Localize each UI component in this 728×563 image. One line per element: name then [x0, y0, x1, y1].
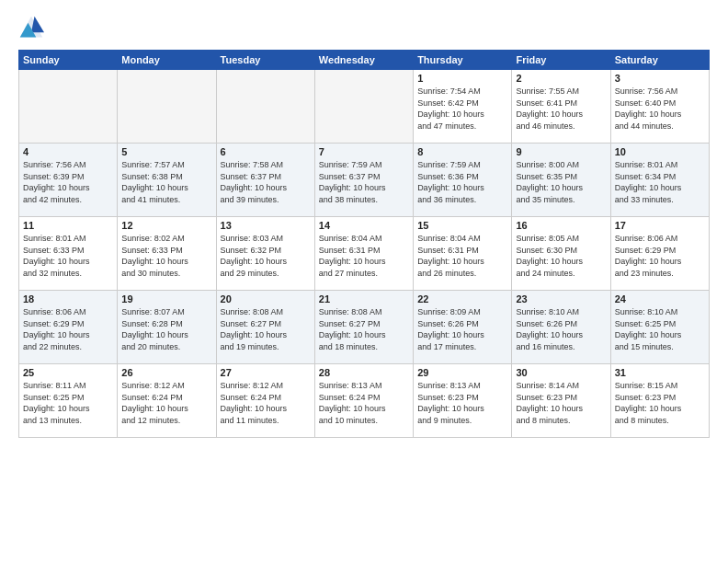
week-row-5: 25Sunrise: 8:11 AM Sunset: 6:25 PM Dayli… — [19, 364, 710, 438]
day-info: Sunrise: 8:08 AM Sunset: 6:27 PM Dayligh… — [221, 306, 311, 352]
page: SundayMondayTuesdayWednesdayThursdayFrid… — [0, 0, 728, 563]
day-info: Sunrise: 7:54 AM Sunset: 6:42 PM Dayligh… — [417, 86, 507, 132]
day-info: Sunrise: 7:58 AM Sunset: 6:37 PM Dayligh… — [221, 159, 311, 205]
weekday-header-row: SundayMondayTuesdayWednesdayThursdayFrid… — [19, 51, 710, 70]
day-info: Sunrise: 8:00 AM Sunset: 6:35 PM Dayligh… — [516, 159, 606, 205]
header — [18, 15, 710, 40]
day-info: Sunrise: 8:13 AM Sunset: 6:23 PM Dayligh… — [417, 380, 507, 426]
day-number: 13 — [221, 220, 311, 231]
day-info: Sunrise: 8:01 AM Sunset: 6:33 PM Dayligh… — [23, 233, 113, 279]
day-cell-22: 22Sunrise: 8:09 AM Sunset: 6:26 PM Dayli… — [414, 291, 512, 364]
day-cell-16: 16Sunrise: 8:05 AM Sunset: 6:30 PM Dayli… — [512, 217, 610, 291]
day-cell-2: 2Sunrise: 7:55 AM Sunset: 6:41 PM Daylig… — [512, 70, 610, 144]
day-number: 25 — [23, 367, 113, 378]
day-info: Sunrise: 8:10 AM Sunset: 6:25 PM Dayligh… — [615, 306, 705, 352]
day-cell-3: 3Sunrise: 7:56 AM Sunset: 6:40 PM Daylig… — [610, 70, 709, 144]
day-number: 7 — [319, 146, 409, 157]
day-info: Sunrise: 8:13 AM Sunset: 6:24 PM Dayligh… — [319, 380, 409, 426]
day-number: 15 — [417, 220, 507, 231]
day-cell-25: 25Sunrise: 8:11 AM Sunset: 6:25 PM Dayli… — [19, 364, 118, 438]
day-cell-30: 30Sunrise: 8:14 AM Sunset: 6:23 PM Dayli… — [512, 364, 610, 438]
day-cell-28: 28Sunrise: 8:13 AM Sunset: 6:24 PM Dayli… — [314, 364, 413, 438]
day-number: 4 — [23, 146, 113, 157]
day-cell-21: 21Sunrise: 8:08 AM Sunset: 6:27 PM Dayli… — [314, 291, 413, 364]
day-number: 17 — [615, 220, 705, 231]
day-number: 5 — [121, 146, 211, 157]
calendar: SundayMondayTuesdayWednesdayThursdayFrid… — [18, 50, 710, 438]
day-cell-26: 26Sunrise: 8:12 AM Sunset: 6:24 PM Dayli… — [118, 364, 216, 438]
day-cell-6: 6Sunrise: 7:58 AM Sunset: 6:37 PM Daylig… — [216, 144, 314, 217]
weekday-header-saturday: Saturday — [610, 51, 709, 70]
week-row-2: 4Sunrise: 7:56 AM Sunset: 6:39 PM Daylig… — [19, 144, 710, 217]
day-info: Sunrise: 8:04 AM Sunset: 6:31 PM Dayligh… — [417, 233, 507, 279]
logo — [18, 15, 48, 40]
empty-cell — [314, 70, 413, 144]
day-number: 16 — [516, 220, 606, 231]
day-info: Sunrise: 8:01 AM Sunset: 6:34 PM Dayligh… — [615, 159, 705, 205]
day-info: Sunrise: 8:10 AM Sunset: 6:26 PM Dayligh… — [516, 306, 606, 352]
day-info: Sunrise: 8:09 AM Sunset: 6:26 PM Dayligh… — [417, 306, 507, 352]
svg-marker-2 — [31, 17, 44, 33]
day-number: 20 — [221, 293, 311, 304]
day-info: Sunrise: 7:57 AM Sunset: 6:38 PM Dayligh… — [121, 159, 211, 205]
day-cell-15: 15Sunrise: 8:04 AM Sunset: 6:31 PM Dayli… — [414, 217, 512, 291]
week-row-1: 1Sunrise: 7:54 AM Sunset: 6:42 PM Daylig… — [19, 70, 710, 144]
day-cell-4: 4Sunrise: 7:56 AM Sunset: 6:39 PM Daylig… — [19, 144, 118, 217]
weekday-header-tuesday: Tuesday — [216, 51, 314, 70]
day-number: 8 — [417, 146, 507, 157]
day-number: 21 — [319, 293, 409, 304]
day-number: 24 — [615, 293, 705, 304]
day-cell-14: 14Sunrise: 8:04 AM Sunset: 6:31 PM Dayli… — [314, 217, 413, 291]
day-number: 6 — [221, 146, 311, 157]
day-number: 26 — [121, 367, 211, 378]
day-info: Sunrise: 7:56 AM Sunset: 6:39 PM Dayligh… — [23, 159, 113, 205]
empty-cell — [118, 70, 216, 144]
day-cell-27: 27Sunrise: 8:12 AM Sunset: 6:24 PM Dayli… — [216, 364, 314, 438]
day-cell-10: 10Sunrise: 8:01 AM Sunset: 6:34 PM Dayli… — [610, 144, 709, 217]
weekday-header-wednesday: Wednesday — [314, 51, 413, 70]
day-cell-12: 12Sunrise: 8:02 AM Sunset: 6:33 PM Dayli… — [118, 217, 216, 291]
day-cell-17: 17Sunrise: 8:06 AM Sunset: 6:29 PM Dayli… — [610, 217, 709, 291]
day-info: Sunrise: 8:15 AM Sunset: 6:23 PM Dayligh… — [615, 380, 705, 426]
day-number: 22 — [417, 293, 507, 304]
week-row-4: 18Sunrise: 8:06 AM Sunset: 6:29 PM Dayli… — [19, 291, 710, 364]
day-number: 1 — [417, 73, 507, 84]
day-cell-5: 5Sunrise: 7:57 AM Sunset: 6:38 PM Daylig… — [118, 144, 216, 217]
day-cell-9: 9Sunrise: 8:00 AM Sunset: 6:35 PM Daylig… — [512, 144, 610, 217]
day-number: 27 — [221, 367, 311, 378]
day-info: Sunrise: 7:59 AM Sunset: 6:37 PM Dayligh… — [319, 159, 409, 205]
day-number: 9 — [516, 146, 606, 157]
weekday-header-friday: Friday — [512, 51, 610, 70]
day-number: 2 — [516, 73, 606, 84]
day-cell-20: 20Sunrise: 8:08 AM Sunset: 6:27 PM Dayli… — [216, 291, 314, 364]
day-number: 29 — [417, 367, 507, 378]
day-cell-23: 23Sunrise: 8:10 AM Sunset: 6:26 PM Dayli… — [512, 291, 610, 364]
day-number: 30 — [516, 367, 606, 378]
week-row-3: 11Sunrise: 8:01 AM Sunset: 6:33 PM Dayli… — [19, 217, 710, 291]
day-info: Sunrise: 8:02 AM Sunset: 6:33 PM Dayligh… — [121, 233, 211, 279]
day-number: 10 — [615, 146, 705, 157]
day-cell-11: 11Sunrise: 8:01 AM Sunset: 6:33 PM Dayli… — [19, 217, 118, 291]
day-info: Sunrise: 8:11 AM Sunset: 6:25 PM Dayligh… — [23, 380, 113, 426]
day-number: 18 — [23, 293, 113, 304]
day-cell-29: 29Sunrise: 8:13 AM Sunset: 6:23 PM Dayli… — [414, 364, 512, 438]
day-cell-8: 8Sunrise: 7:59 AM Sunset: 6:36 PM Daylig… — [414, 144, 512, 217]
day-info: Sunrise: 8:04 AM Sunset: 6:31 PM Dayligh… — [319, 233, 409, 279]
day-cell-1: 1Sunrise: 7:54 AM Sunset: 6:42 PM Daylig… — [414, 70, 512, 144]
day-info: Sunrise: 7:56 AM Sunset: 6:40 PM Dayligh… — [615, 86, 705, 132]
day-info: Sunrise: 8:07 AM Sunset: 6:28 PM Dayligh… — [121, 306, 211, 352]
day-number: 28 — [319, 367, 409, 378]
day-info: Sunrise: 7:55 AM Sunset: 6:41 PM Dayligh… — [516, 86, 606, 132]
day-cell-7: 7Sunrise: 7:59 AM Sunset: 6:37 PM Daylig… — [314, 144, 413, 217]
day-cell-13: 13Sunrise: 8:03 AM Sunset: 6:32 PM Dayli… — [216, 217, 314, 291]
day-info: Sunrise: 7:59 AM Sunset: 6:36 PM Dayligh… — [417, 159, 507, 205]
day-number: 14 — [319, 220, 409, 231]
day-number: 23 — [516, 293, 606, 304]
day-number: 11 — [23, 220, 113, 231]
day-number: 12 — [121, 220, 211, 231]
day-number: 3 — [615, 73, 705, 84]
empty-cell — [19, 70, 118, 144]
day-cell-24: 24Sunrise: 8:10 AM Sunset: 6:25 PM Dayli… — [610, 291, 709, 364]
day-info: Sunrise: 8:12 AM Sunset: 6:24 PM Dayligh… — [221, 380, 311, 426]
day-info: Sunrise: 8:06 AM Sunset: 6:29 PM Dayligh… — [23, 306, 113, 352]
